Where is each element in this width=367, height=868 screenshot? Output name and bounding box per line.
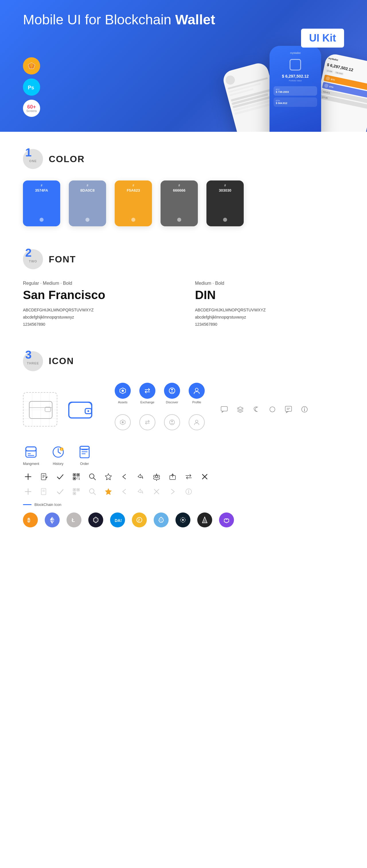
sketch-badge (23, 57, 40, 74)
color-title: COLOR (49, 154, 85, 164)
management-nav-icon (24, 444, 38, 460)
ui-kit-badge: UI Kit (301, 29, 344, 48)
settings-icon (151, 471, 162, 482)
section-number-2: TWO 2 (23, 249, 43, 269)
app-icons-group: Assets Exchange (115, 383, 205, 436)
svg-point-16 (121, 390, 124, 392)
share-outline-icon (135, 487, 146, 497)
svg-marker-94 (52, 520, 55, 524)
assets-icon-item: Assets (115, 383, 131, 404)
crypto-icons-row: ₿ Ł DASH Z (23, 513, 344, 527)
ps-badge: Ps (23, 79, 40, 96)
zec-icon: Z (132, 513, 147, 527)
svg-line-83 (93, 493, 95, 495)
app-icons-colored: Assets Exchange (115, 383, 205, 436)
svg-marker-93 (50, 520, 52, 524)
plus-outline-icon (23, 487, 33, 497)
icon-section: THREE 3 ICON (23, 334, 344, 533)
font-section: TWO 2 FONT Regular · Medium · Bold San F… (23, 232, 344, 334)
wallet-wireframe-icon (23, 392, 57, 427)
svg-marker-65 (105, 473, 112, 480)
svg-point-89 (188, 490, 189, 490)
svg-point-108 (180, 519, 181, 521)
close-icon (200, 471, 210, 482)
order-label: Order (80, 462, 89, 466)
xem-icon (154, 513, 169, 527)
svg-rect-73 (41, 489, 46, 495)
ada-icon (175, 513, 190, 527)
svg-point-111 (184, 518, 185, 519)
tool-icons-row-1 (23, 471, 344, 482)
svg-marker-84 (105, 489, 112, 495)
pol-icon (219, 513, 234, 527)
svg-rect-77 (74, 489, 75, 490)
svg-point-113 (184, 521, 185, 522)
wallet-colored-icon (66, 395, 94, 424)
color-swatches: # 3574FA # 8DA0C8 # F5A623 # 666666 # (23, 181, 344, 226)
info-outline-icon (184, 487, 194, 497)
swatch-gray-blue: # 8DA0C8 (69, 181, 106, 226)
svg-text:DASH: DASH (115, 518, 121, 523)
svg-marker-96 (93, 517, 98, 523)
font-din-uppercase: ABCDEFGHIJKLMNOPQRSTUVWXYZ (195, 307, 344, 314)
font-din-style: Medium · Bold (195, 281, 344, 286)
chat-icon (283, 404, 293, 414)
font-din-numbers: 1234567890 (195, 321, 344, 328)
svg-marker-97 (94, 518, 97, 522)
layers-icon (235, 404, 246, 414)
hero-badges: Ps 60+ Screens (23, 57, 40, 117)
main-content: ONE 1 COLOR # 3574FA # 8DA0C8 # F5A623 (0, 132, 367, 533)
svg-point-110 (181, 518, 182, 519)
qr-outline-icon (71, 487, 81, 497)
color-section-header: ONE 1 COLOR (23, 149, 344, 169)
svg-rect-79 (78, 489, 79, 490)
search-outline-icon (87, 487, 97, 497)
eth-icon (45, 513, 60, 527)
x-outline-icon (151, 487, 162, 497)
svg-point-19 (195, 388, 198, 391)
phones-container: myWallet $ 6,297,502.12 Portfolio Value … (229, 46, 367, 132)
discover-outline-icon (164, 414, 180, 430)
check-outline-icon (55, 487, 65, 497)
svg-line-64 (93, 478, 95, 480)
svg-point-23 (196, 420, 198, 423)
upload-icon (167, 471, 178, 482)
svg-point-25 (270, 407, 275, 412)
blockchain-label: BlockChain Icon (23, 502, 344, 507)
font-din: Medium · Bold DIN ABCDEFGHIJKLMNOPQRSTUV… (195, 281, 344, 328)
order-nav-item: Order (77, 444, 92, 466)
section-number-3: THREE 3 (23, 351, 43, 371)
svg-point-20 (122, 421, 124, 423)
checkmark-icon (55, 471, 65, 482)
app-icons-row-2 (115, 414, 205, 430)
profile-label: Profile (192, 401, 201, 404)
font-din-lowercase: abcdefghijklmnopqrstuvwxyz (195, 314, 344, 321)
share-icon (135, 471, 146, 482)
management-nav-item: Mangment (23, 444, 39, 466)
doc-outline-icon (39, 487, 49, 497)
icon-showcase: Assets Exchange (23, 383, 344, 436)
font-sf-style: Regular · Medium · Bold (23, 281, 172, 286)
font-sf-name: San Francisco (23, 288, 172, 302)
profile-outline-item (189, 414, 205, 430)
svg-point-106 (182, 517, 184, 518)
svg-rect-33 (26, 447, 36, 451)
assets-icon (115, 383, 131, 399)
svg-rect-45 (80, 446, 89, 449)
hero-title: Mobile UI for Blockchain Wallet (23, 11, 215, 28)
order-nav-icon (77, 444, 92, 460)
hero-section: Mobile UI for Blockchain Wallet UI Kit P… (0, 0, 367, 132)
svg-rect-55 (78, 474, 79, 475)
circle-icon (267, 404, 278, 414)
phone-center: myWallet $ 6,297,502.12 Portfolio Value … (270, 46, 321, 132)
exchange-icon (139, 383, 156, 399)
exchange-icon-item: Exchange (139, 383, 156, 404)
blockchain-line (23, 504, 32, 505)
management-label: Mangment (23, 462, 39, 466)
assets-outline-icon (115, 414, 131, 430)
font-sf-lowercase: abcdefghijklmnopqrstuvwxyz (23, 314, 172, 321)
svg-marker-91 (52, 517, 55, 521)
misc-icons-group (219, 404, 310, 414)
assets-outline-item (115, 414, 131, 430)
svg-rect-57 (74, 478, 75, 479)
